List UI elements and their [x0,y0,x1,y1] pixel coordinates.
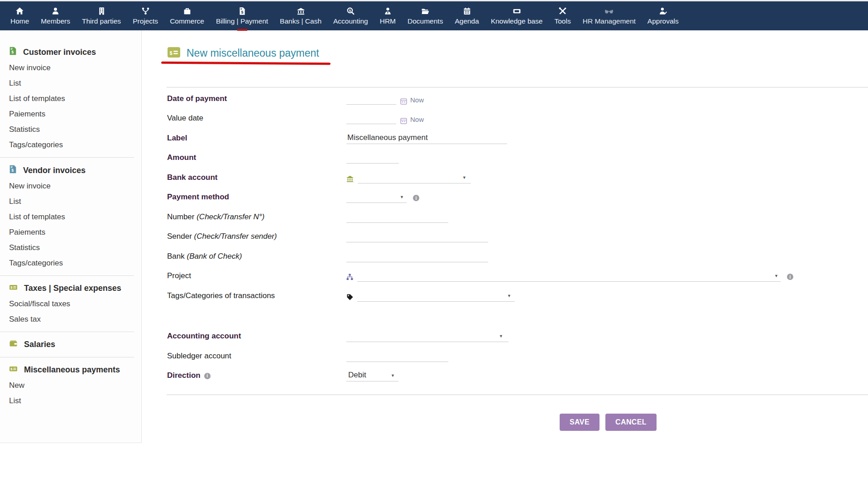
payment-method-select[interactable]: ▼ [346,191,407,203]
top-navigation: Home Members Third parties Projects Comm… [0,1,868,30]
accounting-icon: $ [346,5,355,16]
agenda-icon [463,5,471,16]
sidebar-heading-vendor-invoices[interactable]: $ Vendor invoices [0,162,141,178]
value-date-input[interactable] [346,112,396,124]
form-row: Sender (Check/Transfer sender) [167,227,868,247]
sidebar-item-list[interactable]: List [0,393,141,409]
nav-item-banks-cash[interactable]: Banks | Cash [274,5,327,25]
nav-item-billing-payment[interactable]: $ Billing | Payment [210,5,274,25]
sidebar-item-list-of-templates[interactable]: List of templates [0,209,141,225]
nav-item-projects[interactable]: Projects [127,5,164,25]
form-row: Tags/Categories of transactions ▼ [167,286,868,306]
nav-item-tools[interactable]: Tools [549,5,577,25]
now-link[interactable]: Now [410,116,424,124]
field-label: Payment method [167,193,346,202]
info-icon[interactable]: i [413,195,419,201]
sidebar-item-social-fiscal-taxes[interactable]: Social/fiscal taxes [0,296,141,312]
info-icon[interactable]: i [787,274,793,280]
field-label: Tags/Categories of transactions [167,291,346,300]
cancel-button[interactable]: CANCEL [605,414,657,431]
nav-item-agenda[interactable]: Agenda [449,5,484,25]
sidebar-heading-miscellaneous-payments[interactable]: $ Miscellaneous payments [0,362,141,378]
sender-input[interactable] [346,231,488,242]
form-row: Bank account ▼ [167,168,868,188]
save-button[interactable]: SAVE [560,414,599,431]
sidebar-item-list[interactable]: List [0,76,141,91]
project-icon [346,274,353,282]
nav-item-commerce[interactable]: Commerce [164,5,210,25]
nav-item-home[interactable]: Home [5,5,35,25]
accounting-account-select[interactable]: ▼ [346,330,508,342]
tags-categories-select[interactable]: ▼ [357,290,515,302]
tag-icon [346,294,353,302]
form-section-gap [167,306,868,327]
calendar-icon[interactable] [400,98,407,105]
home-icon [15,5,24,16]
sidebar-item-tags-categories[interactable]: Tags/categories [0,137,141,153]
sidebar-item-paiements[interactable]: Paiements [0,225,141,240]
sidebar-item-statistics[interactable]: Statistics [0,240,141,256]
number-input[interactable] [346,211,448,223]
subledger-account-input[interactable] [346,350,448,362]
sidebar-item-tags-categories[interactable]: Tags/categories [0,256,141,271]
sidebar-item-sales-tax[interactable]: Sales tax [0,312,141,327]
caret-down-icon: ▼ [400,195,404,199]
knowledge-base-icon [513,5,521,16]
field-label: Date of payment [167,94,346,103]
hrm-icon [384,5,392,16]
page-header: $ New miscellaneous payment [168,47,319,59]
field-label: Amount [167,153,346,162]
bank-input[interactable] [346,251,488,262]
form-separator [167,87,868,87]
bank-account-select[interactable]: ▼ [358,172,471,183]
info-icon[interactable]: i [204,373,211,379]
window-edge [0,0,868,1]
sidebar-item-list-of-templates[interactable]: List of templates [0,91,141,106]
sidebar-divider [0,275,134,276]
nav-item-third-parties[interactable]: Third parties [76,5,127,25]
sidebar-item-new[interactable]: New [0,378,141,393]
nav-item-hr-management[interactable]: HR Management [577,5,642,25]
tools-icon [558,5,567,16]
form-row: Amount [167,148,868,168]
sidebar-item-statistics[interactable]: Statistics [0,122,141,137]
date-of-payment-input[interactable] [346,93,396,105]
misc-payments-icon: $ [9,365,18,375]
label-input[interactable] [346,132,507,144]
field-label: Bank (Bank of Check) [167,252,346,261]
caret-down-icon: ▼ [774,274,778,278]
form-row: Number (Check/Transfer N°) [167,207,868,227]
calendar-icon[interactable] [400,117,407,124]
svg-text:$: $ [11,168,14,173]
form-row: Subledger account [167,346,868,366]
sidebar-heading-taxes[interactable]: $ Taxes | Special expenses [0,280,141,296]
caret-down-icon: ▼ [391,374,395,378]
taxes-icon: $ [9,283,18,294]
svg-text:$: $ [241,10,243,14]
sidebar-item-new-invoice[interactable]: New invoice [0,60,141,76]
sidebar-item-new-invoice[interactable]: New invoice [0,178,141,194]
nav-item-knowledge-base[interactable]: Knowledge base [485,5,549,25]
approvals-icon [659,5,667,16]
caret-down-icon: ▼ [462,176,466,180]
svg-text:$: $ [349,8,351,12]
nav-item-approvals[interactable]: Approvals [642,5,685,25]
sidebar-divider [0,357,134,357]
salaries-icon [9,339,18,350]
nav-item-documents[interactable]: Documents [402,5,449,25]
direction-select[interactable]: Debit▼ [346,370,398,381]
sidebar-heading-salaries[interactable]: Salaries [0,337,141,352]
now-link[interactable]: Now [410,96,424,105]
field-label: Label [167,134,346,143]
nav-item-accounting[interactable]: $ Accounting [327,5,374,25]
sidebar-divider [0,332,134,332]
sidebar-item-list[interactable]: List [0,194,141,209]
sidebar-heading-customer-invoices[interactable]: $ Customer invoices [0,44,141,60]
nav-item-hrm[interactable]: HRM [374,5,402,25]
amount-input[interactable] [346,152,399,164]
nav-item-members[interactable]: Members [35,5,76,25]
form-actions: SAVE CANCEL [560,414,657,431]
sidebar-item-paiements[interactable]: Paiements [0,106,141,122]
project-select[interactable]: ▼ [357,270,781,282]
form-row: Label [167,128,868,148]
